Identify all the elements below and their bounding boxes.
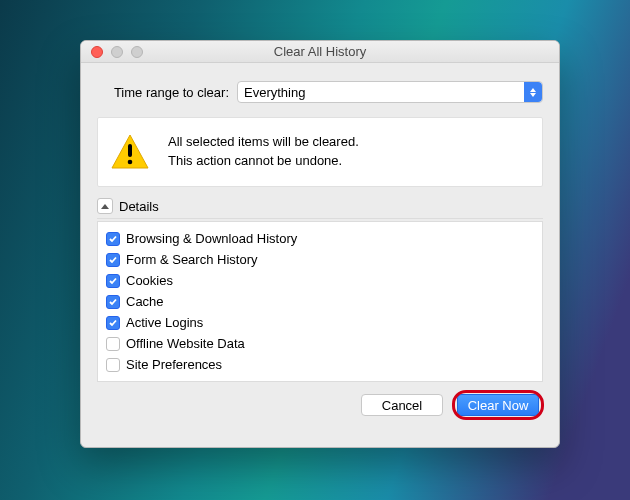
details-checklist: Browsing & Download HistoryForm & Search… [97,221,543,382]
warning-line-2: This action cannot be undone. [168,152,359,171]
clear-now-button-label: Clear Now [468,398,529,413]
select-stepper-icon [524,82,542,102]
checkbox-row[interactable]: Offline Website Data [106,333,534,354]
checkbox-row[interactable]: Active Logins [106,312,534,333]
checkbox-row[interactable]: Form & Search History [106,249,534,270]
clear-now-button[interactable]: Clear Now [457,394,539,416]
checkbox[interactable] [106,337,120,351]
checkbox[interactable] [106,358,120,372]
details-disclosure-toggle[interactable] [97,198,113,214]
checkbox[interactable] [106,295,120,309]
details-header: Details [97,197,543,219]
checkbox-row[interactable]: Browsing & Download History [106,228,534,249]
details-label: Details [119,199,159,214]
svg-rect-1 [128,144,132,157]
button-row: Cancel Clear Now [97,394,543,416]
warning-panel: All selected items will be cleared. This… [97,117,543,187]
checkbox-row[interactable]: Cache [106,291,534,312]
checkbox[interactable] [106,253,120,267]
checkbox[interactable] [106,274,120,288]
chevron-up-icon [101,204,109,209]
time-range-select[interactable]: Everything [237,81,543,103]
checkbox[interactable] [106,316,120,330]
checkbox-label: Offline Website Data [126,336,245,351]
checkbox-label: Cookies [126,273,173,288]
svg-point-2 [128,160,133,165]
warning-text: All selected items will be cleared. This… [168,133,359,171]
checkbox-label: Cache [126,294,164,309]
window-title: Clear All History [81,44,559,59]
titlebar: Clear All History [81,41,559,63]
time-range-row: Time range to clear: Everything [97,81,543,103]
checkbox[interactable] [106,232,120,246]
dialog-window: Clear All History Time range to clear: E… [80,40,560,448]
warning-icon [110,132,150,172]
warning-line-1: All selected items will be cleared. [168,133,359,152]
checkbox-label: Form & Search History [126,252,257,267]
cancel-button-label: Cancel [382,398,422,413]
time-range-value: Everything [244,85,305,100]
checkbox-label: Browsing & Download History [126,231,297,246]
checkbox-row[interactable]: Site Preferences [106,354,534,375]
checkbox-row[interactable]: Cookies [106,270,534,291]
checkbox-label: Active Logins [126,315,203,330]
time-range-label: Time range to clear: [97,85,237,100]
cancel-button[interactable]: Cancel [361,394,443,416]
checkbox-label: Site Preferences [126,357,222,372]
